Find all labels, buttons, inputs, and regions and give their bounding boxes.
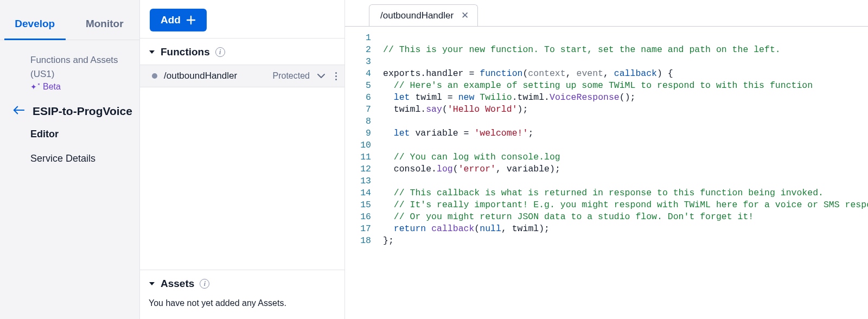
code-line: let twiml = new Twilio.twiml.VoiceRespon… [383, 92, 868, 104]
code-line [383, 139, 868, 151]
line-number: 15 [349, 199, 371, 211]
line-number: 3 [349, 56, 371, 68]
assets-section: Assets i You have not yet added any Asse… [140, 270, 344, 319]
add-button[interactable]: Add [150, 9, 207, 31]
line-number: 6 [349, 92, 371, 104]
functions-section-label: Functions [161, 46, 210, 58]
status-dot-icon [152, 73, 157, 79]
code-line: // You can log with console.log [383, 151, 868, 163]
tab-monitor[interactable]: Monitor [70, 18, 140, 40]
code-line [383, 175, 868, 187]
line-number: 17 [349, 223, 371, 235]
line-number: 7 [349, 104, 371, 116]
code-line: twiml.say('Hello World'); [383, 104, 868, 116]
service-name: ESIP-to-ProgVoice [33, 105, 132, 118]
code-line: exports.handler = function(context, even… [383, 68, 868, 80]
line-number: 10 [349, 139, 371, 151]
functions-section-header[interactable]: Functions i [140, 38, 344, 65]
function-item[interactable]: /outboundHandlerProtected [140, 65, 344, 87]
code-line [383, 32, 868, 44]
line-number: 18 [349, 235, 371, 247]
add-button-label: Add [161, 14, 181, 26]
plus-icon [186, 15, 196, 25]
code-line [383, 56, 868, 68]
function-name: /outboundHandler [164, 71, 266, 81]
service-header: ESIP-to-ProgVoice [0, 92, 139, 122]
line-number: 12 [349, 163, 371, 175]
line-number: 1 [349, 32, 371, 44]
app-root: Develop Monitor Functions and Assets (US… [0, 0, 868, 319]
kebab-menu-icon[interactable] [333, 72, 339, 80]
code-line: // This callback is what is returned in … [383, 187, 868, 199]
nav-service-details[interactable]: Service Details [0, 146, 139, 171]
chevron-down-icon[interactable] [316, 73, 326, 79]
function-visibility: Protected [273, 71, 310, 81]
code-line: }; [383, 235, 868, 247]
tab-develop[interactable]: Develop [0, 18, 70, 40]
editor-pane: /outboundHandler ✕ 123456789101112131415… [345, 0, 868, 319]
line-number: 14 [349, 187, 371, 199]
code-line: console.log('error', variable); [383, 163, 868, 175]
line-number-gutter: 123456789101112131415161718 [345, 27, 379, 319]
code-line: // This is your new function. To start, … [383, 44, 868, 56]
breadcrumb-line1: Functions and Assets [0, 53, 139, 67]
code-line: // It's really important! E.g. you might… [383, 199, 868, 211]
code-line: // Or you might return JSON data to a st… [383, 211, 868, 223]
code-line: // Here's an example of setting up some … [383, 80, 868, 92]
beta-badge: ✦˟ Beta [0, 81, 139, 92]
sidebar-tabs: Develop Monitor [0, 0, 139, 40]
editor-tab[interactable]: /outboundHandler ✕ [369, 4, 478, 26]
code-line: let variable = 'welcome!'; [383, 127, 868, 139]
code-area[interactable]: 123456789101112131415161718 // This is y… [345, 26, 868, 319]
resource-panel: Add Functions i /outboundHandlerProtecte… [140, 0, 345, 319]
beta-label: Beta [43, 82, 61, 92]
breadcrumb-line2: (US1) [0, 67, 139, 81]
line-number: 9 [349, 127, 371, 139]
line-number: 2 [349, 44, 371, 56]
code-content[interactable]: // This is your new function. To start, … [379, 27, 868, 319]
editor-tab-bar: /outboundHandler ✕ [345, 0, 868, 26]
code-line: return callback(null, twiml); [383, 223, 868, 235]
add-row: Add [140, 0, 344, 38]
line-number: 4 [349, 68, 371, 80]
sparkle-icon: ✦˟ [30, 82, 41, 91]
code-line [383, 116, 868, 127]
caret-down-icon [149, 49, 155, 55]
editor-tab-label: /outboundHandler [380, 10, 454, 21]
assets-section-header[interactable]: Assets i [140, 270, 344, 296]
close-icon[interactable]: ✕ [461, 10, 469, 21]
line-number: 16 [349, 211, 371, 223]
caret-down-icon [149, 281, 155, 286]
sidebar: Develop Monitor Functions and Assets (US… [0, 0, 140, 319]
line-number: 5 [349, 80, 371, 92]
line-number: 8 [349, 116, 371, 127]
line-number: 13 [349, 175, 371, 187]
nav-editor[interactable]: Editor [0, 122, 139, 146]
sidebar-body: Functions and Assets (US1) ✦˟ Beta ESIP-… [0, 40, 139, 171]
functions-list: /outboundHandlerProtected [140, 65, 344, 270]
line-number: 11 [349, 151, 371, 163]
assets-section-label: Assets [161, 278, 194, 290]
info-icon[interactable]: i [200, 279, 209, 289]
back-arrow-icon[interactable] [13, 105, 25, 117]
assets-empty-message: You have not yet added any Assets. [140, 296, 344, 319]
info-icon[interactable]: i [215, 47, 225, 57]
